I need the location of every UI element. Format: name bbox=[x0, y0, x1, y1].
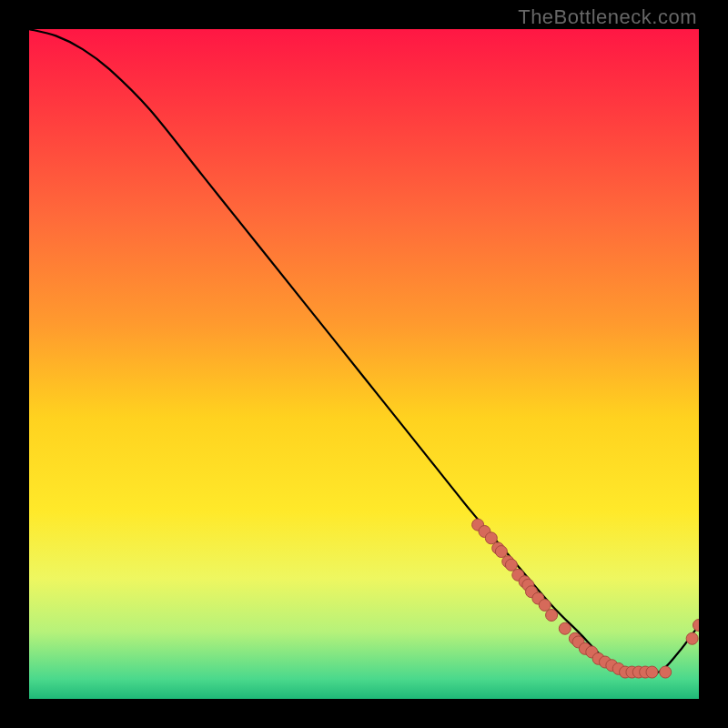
sample-point bbox=[495, 546, 507, 558]
sample-point bbox=[485, 532, 497, 544]
plot-area bbox=[29, 29, 699, 699]
sample-point bbox=[505, 559, 517, 571]
sample-point bbox=[546, 610, 558, 622]
sample-point bbox=[686, 632, 698, 644]
sample-point bbox=[539, 599, 551, 611]
watermark-text: TheBottleneck.com bbox=[518, 5, 697, 29]
sample-point bbox=[559, 622, 571, 634]
plot-svg bbox=[29, 29, 699, 699]
sample-point bbox=[660, 666, 672, 678]
sample-point bbox=[646, 666, 658, 678]
chart-stage: TheBottleneck.com bbox=[0, 0, 728, 728]
gradient-background bbox=[29, 29, 699, 699]
